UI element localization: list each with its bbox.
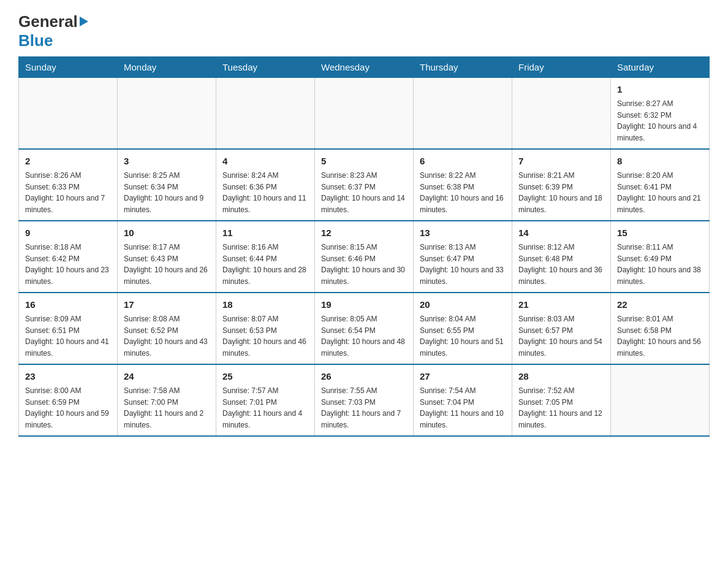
day-info: Sunrise: 8:09 AM Sunset: 6:51 PM Dayligh… <box>25 315 109 358</box>
calendar-cell: 8Sunrise: 8:20 AM Sunset: 6:41 PM Daylig… <box>611 149 710 221</box>
calendar-cell: 28Sunrise: 7:52 AM Sunset: 7:05 PM Dayli… <box>512 364 611 436</box>
calendar-cell: 7Sunrise: 8:21 AM Sunset: 6:39 PM Daylig… <box>512 149 611 221</box>
calendar-cell: 16Sunrise: 8:09 AM Sunset: 6:51 PM Dayli… <box>19 293 118 364</box>
calendar-cell: 27Sunrise: 7:54 AM Sunset: 7:04 PM Dayli… <box>414 364 512 436</box>
calendar-cell <box>414 78 512 150</box>
weekday-header-row: SundayMondayTuesdayWednesdayThursdayFrid… <box>19 57 710 78</box>
logo-arrow-icon <box>80 17 91 30</box>
calendar-cell: 20Sunrise: 8:04 AM Sunset: 6:55 PM Dayli… <box>414 293 512 364</box>
logo-blue: Blue <box>18 31 53 50</box>
day-number: 8 <box>617 155 703 167</box>
week-row-2: 9Sunrise: 8:18 AM Sunset: 6:42 PM Daylig… <box>19 221 710 293</box>
calendar-cell <box>216 78 315 150</box>
calendar-cell: 17Sunrise: 8:08 AM Sunset: 6:52 PM Dayli… <box>118 293 216 364</box>
day-info: Sunrise: 8:13 AM Sunset: 6:47 PM Dayligh… <box>420 243 504 286</box>
day-number: 21 <box>518 298 604 311</box>
day-info: Sunrise: 8:21 AM Sunset: 6:39 PM Dayligh… <box>518 171 602 214</box>
day-info: Sunrise: 8:15 AM Sunset: 6:46 PM Dayligh… <box>321 243 405 286</box>
day-number: 12 <box>321 226 407 239</box>
day-number: 20 <box>420 298 506 311</box>
day-info: Sunrise: 8:01 AM Sunset: 6:58 PM Dayligh… <box>617 315 701 358</box>
day-number: 2 <box>25 155 111 167</box>
day-number: 26 <box>321 370 407 383</box>
calendar-cell: 19Sunrise: 8:05 AM Sunset: 6:54 PM Dayli… <box>315 293 414 364</box>
day-number: 23 <box>25 370 111 383</box>
day-number: 25 <box>222 370 308 383</box>
calendar-cell: 25Sunrise: 7:57 AM Sunset: 7:01 PM Dayli… <box>216 364 315 436</box>
calendar-cell: 10Sunrise: 8:17 AM Sunset: 6:43 PM Dayli… <box>118 221 216 293</box>
day-info: Sunrise: 8:00 AM Sunset: 6:59 PM Dayligh… <box>25 386 109 429</box>
day-number: 19 <box>321 298 407 311</box>
day-info: Sunrise: 8:26 AM Sunset: 6:33 PM Dayligh… <box>25 171 105 214</box>
calendar-cell: 14Sunrise: 8:12 AM Sunset: 6:48 PM Dayli… <box>512 221 611 293</box>
weekday-header-saturday: Saturday <box>611 57 710 78</box>
weekday-header-tuesday: Tuesday <box>216 57 315 78</box>
day-number: 18 <box>222 298 308 311</box>
day-number: 22 <box>617 298 703 311</box>
calendar-cell: 18Sunrise: 8:07 AM Sunset: 6:53 PM Dayli… <box>216 293 315 364</box>
day-info: Sunrise: 8:27 AM Sunset: 6:32 PM Dayligh… <box>617 99 697 142</box>
calendar-cell: 15Sunrise: 8:11 AM Sunset: 6:49 PM Dayli… <box>611 221 710 293</box>
day-number: 3 <box>124 155 210 167</box>
day-number: 16 <box>25 298 111 311</box>
weekday-header-wednesday: Wednesday <box>315 57 414 78</box>
day-info: Sunrise: 7:58 AM Sunset: 7:00 PM Dayligh… <box>124 386 203 429</box>
day-number: 9 <box>25 226 111 239</box>
day-info: Sunrise: 8:17 AM Sunset: 6:43 PM Dayligh… <box>124 243 208 286</box>
weekday-header-monday: Monday <box>118 57 216 78</box>
weekday-header-thursday: Thursday <box>414 57 512 78</box>
calendar-cell: 23Sunrise: 8:00 AM Sunset: 6:59 PM Dayli… <box>19 364 118 436</box>
day-info: Sunrise: 8:22 AM Sunset: 6:38 PM Dayligh… <box>420 171 504 214</box>
day-number: 17 <box>124 298 210 311</box>
day-info: Sunrise: 8:03 AM Sunset: 6:57 PM Dayligh… <box>518 315 602 358</box>
day-number: 28 <box>518 370 604 383</box>
day-info: Sunrise: 7:52 AM Sunset: 7:05 PM Dayligh… <box>518 386 602 429</box>
day-number: 4 <box>222 155 308 167</box>
week-row-3: 16Sunrise: 8:09 AM Sunset: 6:51 PM Dayli… <box>19 293 710 364</box>
day-number: 5 <box>321 155 407 167</box>
day-info: Sunrise: 8:20 AM Sunset: 6:41 PM Dayligh… <box>617 171 701 214</box>
day-info: Sunrise: 8:25 AM Sunset: 6:34 PM Dayligh… <box>124 171 203 214</box>
calendar-cell: 1Sunrise: 8:27 AM Sunset: 6:32 PM Daylig… <box>611 78 710 150</box>
day-info: Sunrise: 8:05 AM Sunset: 6:54 PM Dayligh… <box>321 315 405 358</box>
day-info: Sunrise: 8:18 AM Sunset: 6:42 PM Dayligh… <box>25 243 109 286</box>
day-info: Sunrise: 7:57 AM Sunset: 7:01 PM Dayligh… <box>222 386 302 429</box>
day-info: Sunrise: 7:55 AM Sunset: 7:03 PM Dayligh… <box>321 386 401 429</box>
calendar-cell: 3Sunrise: 8:25 AM Sunset: 6:34 PM Daylig… <box>118 149 216 221</box>
day-number: 1 <box>617 83 703 96</box>
calendar-table: SundayMondayTuesdayWednesdayThursdayFrid… <box>18 56 710 437</box>
calendar-cell <box>611 364 710 436</box>
day-info: Sunrise: 8:11 AM Sunset: 6:49 PM Dayligh… <box>617 243 701 286</box>
calendar-cell: 26Sunrise: 7:55 AM Sunset: 7:03 PM Dayli… <box>315 364 414 436</box>
day-number: 10 <box>124 226 210 239</box>
weekday-header-sunday: Sunday <box>19 57 118 78</box>
day-number: 27 <box>420 370 506 383</box>
calendar-cell: 6Sunrise: 8:22 AM Sunset: 6:38 PM Daylig… <box>414 149 512 221</box>
calendar-cell: 9Sunrise: 8:18 AM Sunset: 6:42 PM Daylig… <box>19 221 118 293</box>
logo-general: General <box>18 12 78 31</box>
svg-marker-0 <box>80 17 88 26</box>
day-info: Sunrise: 8:16 AM Sunset: 6:44 PM Dayligh… <box>222 243 306 286</box>
day-info: Sunrise: 7:54 AM Sunset: 7:04 PM Dayligh… <box>420 386 504 429</box>
calendar-cell <box>19 78 118 150</box>
calendar-cell: 12Sunrise: 8:15 AM Sunset: 6:46 PM Dayli… <box>315 221 414 293</box>
calendar-cell: 11Sunrise: 8:16 AM Sunset: 6:44 PM Dayli… <box>216 221 315 293</box>
week-row-1: 2Sunrise: 8:26 AM Sunset: 6:33 PM Daylig… <box>19 149 710 221</box>
day-info: Sunrise: 8:12 AM Sunset: 6:48 PM Dayligh… <box>518 243 602 286</box>
calendar-cell: 13Sunrise: 8:13 AM Sunset: 6:47 PM Dayli… <box>414 221 512 293</box>
page-header: General Blue <box>18 12 710 50</box>
day-number: 11 <box>222 226 308 239</box>
week-row-0: 1Sunrise: 8:27 AM Sunset: 6:32 PM Daylig… <box>19 78 710 150</box>
calendar-cell: 24Sunrise: 7:58 AM Sunset: 7:00 PM Dayli… <box>118 364 216 436</box>
calendar-cell: 5Sunrise: 8:23 AM Sunset: 6:37 PM Daylig… <box>315 149 414 221</box>
week-row-4: 23Sunrise: 8:00 AM Sunset: 6:59 PM Dayli… <box>19 364 710 436</box>
day-number: 7 <box>518 155 604 167</box>
day-info: Sunrise: 8:04 AM Sunset: 6:55 PM Dayligh… <box>420 315 504 358</box>
day-number: 13 <box>420 226 506 239</box>
weekday-header-friday: Friday <box>512 57 611 78</box>
calendar-cell: 22Sunrise: 8:01 AM Sunset: 6:58 PM Dayli… <box>611 293 710 364</box>
day-info: Sunrise: 8:08 AM Sunset: 6:52 PM Dayligh… <box>124 315 208 358</box>
calendar-cell: 4Sunrise: 8:24 AM Sunset: 6:36 PM Daylig… <box>216 149 315 221</box>
calendar-cell <box>512 78 611 150</box>
day-info: Sunrise: 8:23 AM Sunset: 6:37 PM Dayligh… <box>321 171 405 214</box>
